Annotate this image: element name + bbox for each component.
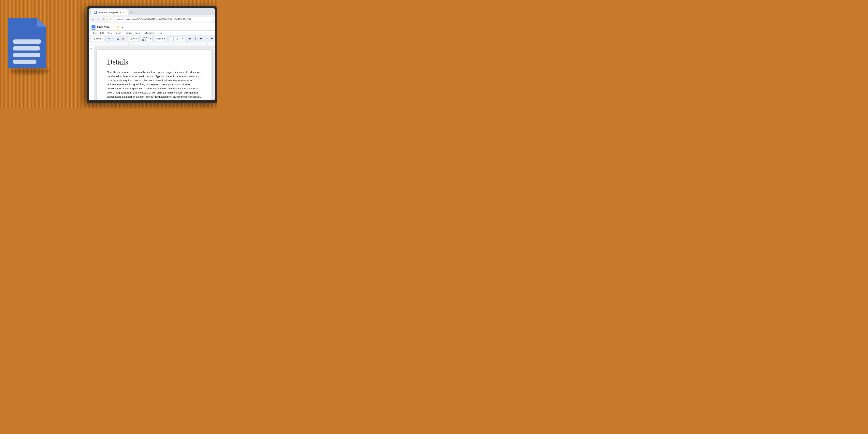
docs-content-wrapper: ☰ Details Nam liber tempor cum soluta no… (89, 46, 215, 100)
favicon-line-3 (94, 13, 96, 13)
menu-tools[interactable]: Tools (133, 31, 142, 35)
chrome-tabs-bar: Brochure - Google Docs ✕ + (89, 8, 215, 16)
tab-close-button[interactable]: ✕ (122, 11, 125, 14)
underline-button[interactable]: U (199, 36, 204, 41)
menu-insert[interactable]: Insert (114, 31, 123, 35)
doc-page-icon (8, 18, 46, 68)
paint-format-button[interactable]: 🎨 (121, 36, 126, 41)
back-button[interactable]: ← (91, 17, 95, 22)
text-style-dropdown[interactable]: Normal text ▾ (141, 36, 152, 41)
lock-icon: 🔒 (110, 18, 112, 20)
favicon-lines (94, 11, 97, 14)
svg-text:4: 4 (167, 42, 168, 43)
chrome-nav-bar: ← → ↻ 🔒 docs.google.com/document/d/1-8sX… (89, 16, 215, 23)
font-size-control: − 20 + (169, 36, 185, 41)
cloud-icon[interactable]: ☁ (121, 26, 123, 29)
tab-favicon (94, 11, 97, 14)
svg-text:2: 2 (128, 42, 129, 43)
bold-button[interactable]: B (188, 36, 192, 41)
zoom-dropdown[interactable]: 150% ▾ (128, 36, 138, 41)
separator-3 (139, 37, 140, 41)
logo-line-3 (92, 28, 95, 29)
highlight-button[interactable]: ✏ (210, 36, 214, 41)
browser-window: Brochure - Google Docs ✕ + ← → ↻ 🔒 docs.… (89, 8, 215, 100)
logo-line-1 (92, 27, 95, 27)
redo-button[interactable]: ↪ (112, 36, 115, 41)
doc-line-4 (13, 60, 36, 64)
menus-search[interactable]: 🔍 Menus (91, 36, 104, 41)
forward-button[interactable]: → (96, 17, 101, 22)
star-icon[interactable]: ☆ (112, 26, 115, 29)
svg-text:3: 3 (148, 42, 148, 43)
tab-title: Brochure - Google Docs (98, 11, 121, 13)
search-icon: 🔍 (93, 37, 95, 40)
favicon-line-1 (94, 11, 96, 12)
address-bar[interactable]: 🔒 docs.google.com/document/d/1-8sXwCaLif… (107, 17, 213, 22)
menu-file[interactable]: File (92, 31, 98, 35)
increase-font-button[interactable]: + (181, 36, 185, 41)
svg-text:1: 1 (108, 42, 109, 43)
doc-line-2 (13, 46, 40, 51)
google-docs-icon (8, 18, 51, 71)
favicon-line-2 (94, 12, 96, 12)
docs-logo (92, 25, 95, 30)
style-value: Normal text (142, 36, 149, 41)
new-tab-button[interactable]: + (129, 10, 134, 15)
print-button[interactable]: 🖨 (116, 36, 120, 41)
doc-line-1 (13, 39, 41, 44)
docs-menu-bar: File Edit View Insert Format Tools Exten… (89, 31, 215, 35)
icon-shadow (10, 68, 49, 74)
font-size-value[interactable]: 20 (174, 36, 180, 41)
doc-line-3 (13, 53, 40, 57)
zoom-value: 150% (130, 37, 135, 40)
menu-format[interactable]: Format (123, 31, 133, 35)
refresh-button[interactable]: ↻ (102, 17, 106, 22)
menus-label: Menus (96, 37, 102, 40)
docs-title-bar: Brochure ☆ 📁 ☁ (89, 23, 215, 31)
svg-text:5: 5 (187, 42, 188, 43)
menu-edit[interactable]: Edit (99, 31, 105, 35)
separator-5 (168, 37, 168, 41)
url-text: docs.google.com/document/d/1-8sXwCaLifQ7… (113, 18, 191, 20)
style-chevron: ▾ (150, 37, 151, 40)
docs-sidebar: ☰ (89, 46, 94, 100)
title-action-icons: ☆ 📁 ☁ (112, 26, 123, 29)
active-tab[interactable]: Brochure - Google Docs ✕ (91, 9, 128, 16)
laptop: Brochure - Google Docs ✕ + ← → ↻ 🔒 docs.… (87, 6, 217, 108)
italic-button[interactable]: I (193, 36, 198, 41)
decrease-font-button[interactable]: − (169, 36, 174, 41)
separator-1 (105, 37, 106, 41)
paragraph-1: Nam liber tempor cum soluta nobis eleife… (107, 70, 202, 99)
zoom-chevron: ▾ (135, 37, 137, 40)
logo-lines (92, 27, 95, 29)
doc-lines (13, 39, 41, 64)
font-chevron: ▾ (164, 37, 165, 40)
font-dropdown[interactable]: Roboto ▾ (155, 36, 167, 41)
menu-extensions[interactable]: Extensions (142, 31, 156, 35)
document-body: Nam liber tempor cum soluta nobis eleife… (107, 70, 202, 100)
outline-icon[interactable]: ☰ (90, 48, 92, 50)
document-title[interactable]: Brochure (97, 26, 110, 29)
text-color-button[interactable]: A (204, 36, 209, 41)
separator-2 (127, 37, 127, 41)
ruler: 1 2 3 4 5 (89, 42, 215, 46)
doc-corner (37, 18, 46, 27)
menu-help[interactable]: Help (156, 31, 164, 35)
document-content-area[interactable]: Details Nam liber tempor cum soluta nobi… (94, 46, 215, 100)
folder-icon[interactable]: 📁 (116, 26, 119, 29)
separator-4 (154, 37, 154, 41)
logo-line-2 (92, 28, 95, 28)
laptop-frame: Brochure - Google Docs ✕ + ← → ↻ 🔒 docs.… (87, 6, 217, 102)
document-heading: Details (107, 58, 202, 66)
undo-button[interactable]: ↩ (107, 36, 111, 41)
menu-view[interactable]: View (106, 31, 114, 35)
docs-toolbar: 🔍 Menus ↩ ↪ 🖨 🎨 150% ▾ Normal text ▾ (89, 35, 215, 42)
document-page: Details Nam liber tempor cum soluta nobi… (97, 50, 212, 100)
font-value: Roboto (156, 37, 163, 40)
